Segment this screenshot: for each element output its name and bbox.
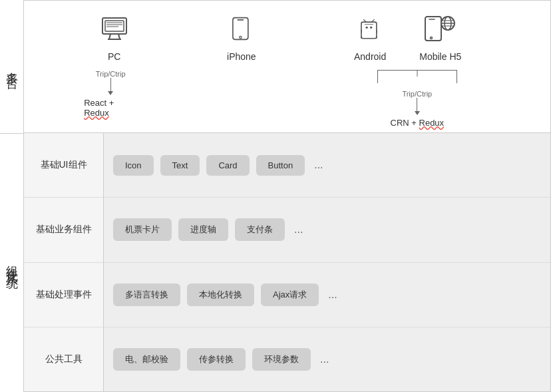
more-indicator: ... [320,353,329,365]
mobile-h5-platform: Mobile H5 [419,14,461,62]
component-system-label: 组件化系统 [0,133,24,392]
component-chip: 多语言转换 [113,284,180,306]
mobile-arrow-label: Trip/Ctrip [402,90,432,98]
pc-redux: Redux [84,108,109,118]
component-chip: 电、邮校验 [113,348,180,371]
component-system-section: 基础UI组件基础业务组件基础处理事件公共工具 IconTextCardButto… [24,133,551,392]
pc-tech: React + Redux [84,98,137,118]
svg-rect-1 [105,21,124,31]
category-label-1: 基础业务组件 [24,198,103,262]
pc-platform: PC [100,14,129,62]
category-label-2: 基础处理事件 [24,263,103,327]
svg-point-12 [366,27,368,29]
component-row-3: 电、邮校验传参转换环境参数... [104,327,550,391]
pc-arrow-label: Trip/Ctrip [96,70,126,78]
category-labels-column: 基础UI组件基础业务组件基础处理事件公共工具 [24,133,104,391]
multi-platform-label: 多平台 [0,0,24,133]
component-chip: 机票卡片 [113,218,172,241]
mobile-redux: Redux [419,118,445,128]
svg-point-10 [240,36,242,38]
component-chip: 传参转换 [187,348,246,371]
iphone-icon [230,14,254,47]
component-chip: 支付条 [235,218,285,241]
svg-point-13 [370,27,372,29]
mobile-h5-icon [424,14,457,47]
component-chip: 环境参数 [252,348,311,371]
svg-point-23 [430,37,432,39]
iphone-platform: iPhone [227,14,256,62]
android-label: Android [354,51,386,62]
svg-line-3 [118,34,120,39]
more-indicator: ... [328,289,337,301]
component-row-0: IconTextCardButton... [104,133,550,198]
mobile-h5-label: Mobile H5 [419,51,461,62]
svg-rect-21 [425,17,441,41]
pc-label: PC [108,51,120,62]
iphone-label: iPhone [227,51,256,62]
component-chip: Ajax请求 [261,284,319,306]
pc-icon [100,14,129,47]
platform-diagram: PC iPhone [37,7,537,126]
svg-line-2 [109,34,110,39]
component-chip: 进度轴 [178,218,228,241]
mobile-arrow [415,98,420,115]
component-row-2: 多语言转换本地化转换Ajax请求... [104,263,550,327]
android-icon [358,14,382,47]
component-chip: Icon [113,155,154,176]
android-platform: Android [354,14,386,62]
more-indicator: ... [294,224,303,236]
more-indicator: ... [314,159,323,171]
mobile-tech: CRN + Redux [391,118,445,128]
multi-platform-section: PC iPhone [24,0,551,133]
components-area: IconTextCardButton...机票卡片进度轴支付条...多语言转换本… [104,133,550,391]
component-row-1: 机票卡片进度轴支付条... [104,198,550,262]
category-label-0: 基础UI组件 [24,133,103,198]
component-chip: 本地化转换 [187,284,254,306]
component-chip: Text [160,155,200,176]
component-chip: Card [206,155,249,176]
category-label-3: 公共工具 [24,327,103,391]
component-chip: Button [256,155,305,176]
pc-arrow [108,78,113,95]
